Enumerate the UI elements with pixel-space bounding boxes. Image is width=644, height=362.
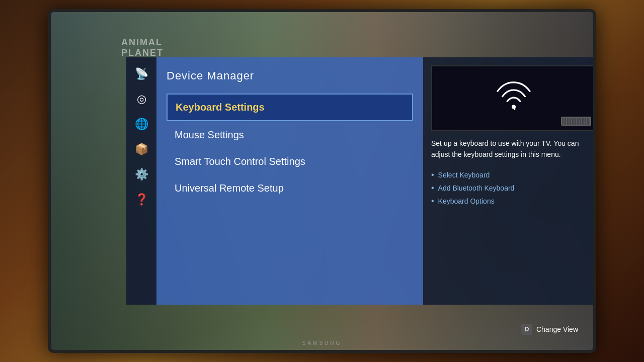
- preview-image: [431, 65, 593, 131]
- info-description: Set up a keyboard to use with your TV. Y…: [431, 138, 593, 160]
- sidebar: 📡 ◎ 🌐 📦 ⚙️ ❓: [126, 57, 156, 305]
- settings-icon: ⚙️: [135, 168, 148, 181]
- sidebar-item-help[interactable]: ❓: [130, 188, 153, 211]
- menu-item-keyboard-settings[interactable]: Keyboard Settings: [167, 94, 413, 121]
- menu-item-smart-touch[interactable]: Smart Touch Control Settings: [167, 149, 413, 174]
- d-button[interactable]: D: [521, 324, 532, 335]
- svg-point-0: [512, 105, 516, 109]
- change-view-control[interactable]: D Change View: [521, 324, 578, 335]
- keyboard-preview-image: [561, 117, 591, 126]
- samsung-logo: SAMSUNG: [302, 340, 342, 346]
- help-icon: ❓: [135, 193, 148, 206]
- globe-icon: 🌐: [135, 118, 148, 131]
- menu-item-mouse-settings[interactable]: Mouse Settings: [167, 122, 413, 148]
- channel-watermark: ANIMAL PLANET: [121, 37, 164, 58]
- sidebar-item-network[interactable]: ◎: [130, 87, 153, 111]
- apps-icon: 📦: [135, 143, 148, 156]
- network-icon: ◎: [137, 93, 146, 106]
- menu-item-universal-remote[interactable]: Universal Remote Setup: [167, 175, 413, 201]
- change-view-label: Change View: [536, 325, 578, 333]
- info-list-item-add-bluetooth: Add Bluetooth Keyboard: [431, 182, 593, 195]
- sidebar-item-globe[interactable]: 🌐: [130, 113, 153, 136]
- info-list: Select Keyboard Add Bluetooth Keyboard K…: [431, 168, 593, 208]
- broadcast-icon: 📡: [135, 67, 148, 80]
- info-panel: Set up a keyboard to use with your TV. Y…: [423, 57, 593, 305]
- menu-panel: Device Manager Keyboard Settings Mouse S…: [156, 57, 423, 305]
- tv-screen: ANIMAL PLANET 📡 ◎ 🌐 📦 ⚙️ ❓: [51, 12, 593, 350]
- sidebar-item-apps[interactable]: 📦: [130, 138, 153, 161]
- info-list-item-select-keyboard: Select Keyboard: [431, 168, 593, 182]
- info-list-item-keyboard-options: Keyboard Options: [431, 195, 593, 208]
- wifi-icon: [494, 78, 534, 118]
- sidebar-item-broadcast[interactable]: 📡: [130, 62, 153, 85]
- sidebar-item-settings[interactable]: ⚙️: [130, 163, 153, 186]
- panel-title: Device Manager: [167, 69, 413, 82]
- tv-frame: ANIMAL PLANET 📡 ◎ 🌐 📦 ⚙️ ❓: [48, 9, 596, 353]
